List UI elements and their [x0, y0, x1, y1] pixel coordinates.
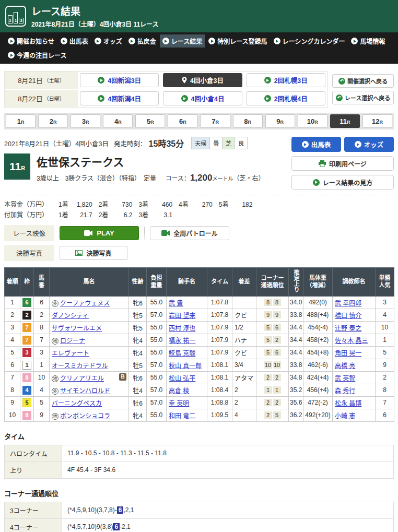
nav-item-1[interactable]: 出馬表	[58, 34, 91, 48]
nav-item-3[interactable]: 払戻金	[126, 34, 159, 48]
jockey-link[interactable]: 和田 竜二	[169, 412, 195, 420]
horse-link[interactable]: エレヴァート	[52, 350, 89, 357]
trainer-link[interactable]: 小崎 憲	[335, 412, 355, 420]
horse-link[interactable]: クリノアリエル	[60, 375, 104, 382]
results-col-header: 馬体重（増減）	[303, 268, 333, 297]
race-tab-3r[interactable]: 3R	[71, 114, 100, 128]
trainer-link[interactable]: 角田 晃一	[335, 350, 361, 357]
jockey-link[interactable]: 高倉 稜	[169, 387, 189, 395]
carried-weight: 57.0	[147, 359, 167, 371]
time: 1:07.8	[207, 309, 232, 321]
time-section-title: タイム	[4, 431, 394, 441]
jockey-cell: 和田 竜二	[167, 409, 207, 421]
howto-button[interactable]: レース結果の見方	[291, 175, 394, 190]
horse-weight: 458(+2)	[303, 334, 333, 346]
nav-item-8[interactable]: 今週の注目レース	[5, 49, 69, 62]
time-row: 上り4F 45.4 - 3F 34.6	[5, 462, 394, 478]
corner-table: 3コーナー(*4,5,9,10)(3,7,8)-6,2,14コーナー(*4,5,…	[4, 502, 394, 532]
race-tab-8r[interactable]: 8R	[233, 114, 263, 128]
trainer-link[interactable]: 武 幸四郎	[335, 300, 361, 307]
chevron-circle-icon	[264, 77, 271, 84]
back-button[interactable]: ↶レース選択へ戻る	[332, 91, 394, 104]
meeting-button[interactable]: 2回札幌3日	[247, 73, 325, 87]
trainer-link[interactable]: 高橋 亮	[335, 362, 355, 370]
horse-weight: 456(+4)	[303, 384, 333, 396]
jockey-link[interactable]: 岩田 望来	[169, 312, 195, 320]
results-row: 3 7 8 サヴォワールエメ 牝5 55.0 西村 淳也 1:07.9 1/2 …	[5, 321, 394, 334]
nav-item-4[interactable]: レース結果	[160, 34, 205, 48]
nav-item-6[interactable]: レーシングカレンダー	[271, 34, 348, 48]
margin: 3/4	[232, 359, 256, 371]
trainer-link[interactable]: 辻野 泰之	[335, 325, 361, 332]
horse-link[interactable]: ロジーナ	[60, 337, 85, 345]
corner-row: 4コーナー(*4,5,7,10)9(3,8)6-2,1	[5, 518, 394, 532]
horse-link[interactable]: ボンボンショコラ	[60, 412, 110, 420]
horse-link[interactable]: オースミカテドラル	[52, 362, 108, 370]
race-tab-1r[interactable]: 1R	[6, 114, 36, 128]
race-tab-7r[interactable]: 7R	[200, 114, 230, 128]
race-tab-11r[interactable]: 11R	[330, 114, 360, 128]
race-tab-6r[interactable]: 6R	[168, 114, 197, 128]
horse-name-cell: 外クーファウェヌス	[50, 296, 129, 309]
horse-link[interactable]: ダノンシティ	[52, 312, 89, 320]
blinker-badge: B	[119, 373, 126, 381]
finish-position: 8	[5, 384, 20, 396]
finish-position: 5	[5, 346, 20, 359]
results-col-header: 負担重量	[147, 268, 167, 297]
race-tab-4r[interactable]: 4R	[103, 114, 133, 128]
results-row: 2 2 2 ダノンシティ 牡5 57.0 岩田 望来 1:07.8 クビ 99 …	[5, 309, 394, 321]
shutsuba-button[interactable]: 出馬表	[291, 137, 341, 152]
jockey-link[interactable]: 武 豊	[169, 300, 183, 307]
race-tab-12r[interactable]: 12R	[362, 114, 392, 128]
results-col-header: 枠	[20, 268, 34, 297]
race-tab-5r[interactable]: 5R	[135, 114, 165, 128]
carried-weight: 57.0	[147, 384, 167, 396]
jockey-link[interactable]: 鮫島 克駿	[169, 350, 195, 357]
win-favorite: 6	[376, 409, 394, 421]
jockey-cell: 高倉 稜	[167, 384, 207, 396]
play-button[interactable]: PLAY	[60, 226, 139, 240]
race-tab-2r[interactable]: 2R	[38, 114, 68, 128]
print-button[interactable]: 印刷用ページ	[291, 156, 394, 171]
corner-section: コーナー通過順位 3コーナー(*4,5,9,10)(3,7,8)-6,2,14コ…	[4, 488, 394, 532]
jockey-cell: 武 豊	[167, 296, 207, 309]
meeting-button[interactable]: 4回小倉4日	[163, 91, 242, 105]
meeting-button[interactable]: 4回新潟4日	[80, 91, 159, 105]
horse-link[interactable]: サイモンハロルド	[60, 387, 110, 395]
meeting-button[interactable]: 4回小倉3日	[163, 73, 242, 87]
jockey-link[interactable]: 福永 祐一	[169, 337, 195, 345]
photo-button[interactable]: 決勝写真	[60, 246, 127, 260]
jockey-link[interactable]: 松山 弘平	[169, 375, 195, 382]
jockey-link[interactable]: 秋山 真一郎	[169, 362, 202, 370]
race-tab-9r[interactable]: 9R	[265, 114, 295, 128]
horse-link[interactable]: クーファウェヌス	[60, 300, 110, 307]
printer-icon	[319, 160, 326, 167]
horse-link[interactable]: サヴォワールエメ	[52, 325, 102, 332]
nav-item-0[interactable]: 開催お知らせ	[5, 34, 57, 48]
last-3f: 34.4	[289, 334, 303, 346]
last-3f: 34.0	[289, 296, 303, 309]
back-button[interactable]: ↶開催選択へ戻る	[332, 74, 394, 88]
trainer-link[interactable]: 佐々木 晶三	[335, 337, 368, 345]
nav-item-2[interactable]: オッズ	[92, 34, 125, 48]
results-row: 7 8 10 地クリノアリエルB 牝6 55.0 松山 弘平 1:08.1 アタ…	[5, 371, 394, 384]
meeting-button[interactable]: 2回札幌4日	[247, 91, 325, 105]
nav-item-5[interactable]: 特別レース登録馬	[206, 34, 270, 48]
nav-item-7[interactable]: 馬場情報	[348, 34, 388, 48]
patrol-button[interactable]: 全周パトロール	[150, 226, 229, 240]
trainer-link[interactable]: 武 英智	[335, 375, 355, 382]
odds-button[interactable]: オッズ	[344, 137, 394, 152]
sex-age: 牝5	[129, 321, 147, 334]
race-tab-10r[interactable]: 10R	[298, 114, 327, 128]
jockey-link[interactable]: 幸 英明	[169, 400, 189, 407]
horse-link[interactable]: バーニングペスカ	[52, 400, 102, 407]
trainer-link[interactable]: 松永 昌博	[335, 400, 361, 407]
time: 1:09.5	[207, 409, 232, 421]
jockey-link[interactable]: 西村 淳也	[169, 325, 195, 332]
corner-positions: 99	[256, 309, 289, 321]
location-pin-icon	[182, 77, 187, 84]
trainer-link[interactable]: 森 秀行	[335, 387, 355, 395]
trainer-link[interactable]: 橋口 慎介	[335, 312, 361, 320]
meeting-button[interactable]: 4回新潟3日	[80, 73, 159, 87]
winner-highlight: 6	[113, 523, 120, 530]
